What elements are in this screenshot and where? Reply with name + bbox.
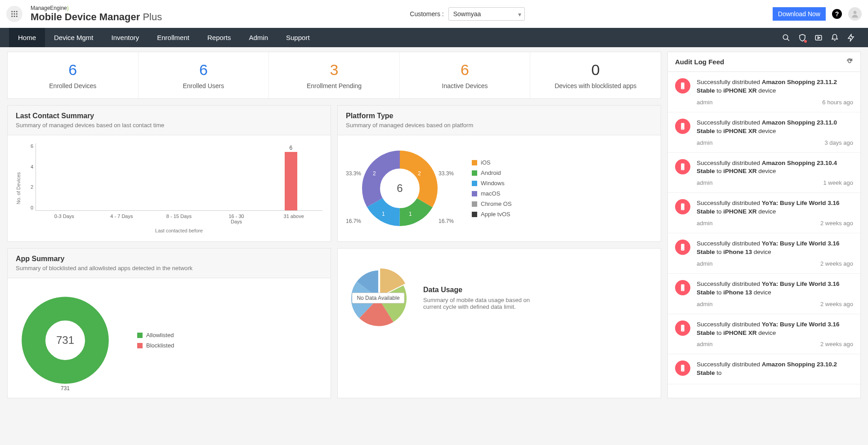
stat-label: Enrolled Users [141,82,267,89]
svg-point-1 [14,11,15,12]
legend-item[interactable]: Blocklisted [137,342,174,349]
svg-point-30 [682,249,683,250]
legend-item[interactable]: macOS [472,190,512,197]
last-contact-card: Last Contact Summary Summary of managed … [7,105,331,242]
y-axis-label: No. of Devices [16,172,21,205]
shield-icon[interactable] [794,28,810,47]
feed-time: 6 hours ago [822,99,853,106]
feed-text: Successfully distributed YoYa: Busy Life… [697,240,853,257]
brand: ManageEngine) Mobile Device Manager Plus [31,5,162,23]
stat-value: 3 [271,61,397,79]
device-icon [675,159,690,174]
audit-feed-item[interactable]: Successfully distributed Amazon Shopping… [668,354,860,384]
svg-point-2 [16,11,18,12]
nav-tab-enrollment[interactable]: Enrollment [148,28,198,47]
stat-tile[interactable]: 6Enrolled Users [139,52,269,98]
stat-value: 6 [141,61,267,79]
nav-tab-home[interactable]: Home [9,28,45,47]
feed-text: Successfully distributed Amazon Shopping… [697,119,853,136]
feed-time: 2 weeks ago [820,220,853,227]
audit-feed-item[interactable]: Successfully distributed Amazon Shopping… [668,153,860,193]
feed-text: Successfully distributed YoYa: Busy Life… [697,320,853,338]
nav-tab-admin[interactable]: Admin [240,28,277,47]
svg-point-34 [682,330,683,331]
card-subtitle: Summary of managed devices based on last… [16,122,322,129]
card-title: Platform Type [346,112,653,120]
legend-item[interactable]: Chrome OS [472,200,512,207]
legend-item[interactable]: Android [472,169,512,176]
svg-line-11 [787,39,789,41]
stat-label: Enrollment Pending [271,82,397,89]
stat-label: Inactive Devices [402,82,528,89]
apps-launcher-button[interactable] [6,6,22,22]
audit-log-panel: Audit Log Feed Successfully distributed … [667,52,861,398]
customers-select[interactable]: Sowmyaa [448,7,525,21]
stat-tile[interactable]: 3Enrollment Pending [269,52,400,98]
feed-user: admin [697,301,712,307]
svg-point-10 [783,35,788,40]
feed-user: admin [697,341,712,347]
svg-marker-15 [848,34,854,41]
svg-point-5 [16,13,18,15]
nav-tab-support[interactable]: Support [277,28,319,47]
audit-feed-item[interactable]: Successfully distributed YoYa: Busy Life… [668,274,860,314]
donut-center-value: 731 [56,334,74,347]
audit-feed-item[interactable]: Successfully distributed Amazon Shopping… [668,112,860,153]
help-icon[interactable]: ? [832,9,842,19]
audit-feed-item[interactable]: Successfully distributed YoYa: Busy Life… [668,233,860,274]
stat-value: 0 [532,61,658,79]
feed-time: 1 week ago [823,179,854,186]
audit-feed-item[interactable]: Successfully distributed Amazon Shopping… [668,72,860,112]
main-nav: HomeDevice MgmtInventoryEnrollmentReport… [0,28,868,47]
top-bar: ManageEngine) Mobile Device Manager Plus… [0,0,868,28]
stat-tile[interactable]: 0Devices with blocklisted apps [530,52,661,98]
stat-value: 6 [402,61,528,79]
platform-legend: iOSAndroidWindowsmacOSChrome OSApple tvO… [472,159,512,218]
legend-item[interactable]: Windows [472,180,512,187]
stat-tile[interactable]: 6Enrolled Devices [8,52,139,98]
svg-point-9 [854,11,857,14]
pct-label: 33.3% [346,170,361,177]
audit-feed-item[interactable]: Successfully distributed YoYa: Busy Life… [668,193,860,233]
stats-row: 6Enrolled Devices6Enrolled Users3Enrollm… [7,52,661,99]
stat-tile[interactable]: 6Inactive Devices [400,52,531,98]
feed-user: admin [697,139,712,146]
refresh-icon[interactable] [846,58,853,66]
legend-item[interactable]: Apple tvOS [472,211,512,218]
app-legend: AllowlistedBlocklisted [137,332,174,349]
slice-value: 1 [409,211,412,217]
slice-value: 2 [373,170,376,177]
nav-tab-device-mgmt[interactable]: Device Mgmt [45,28,103,47]
feed-user: admin [697,179,712,186]
svg-marker-13 [818,36,820,39]
apps-grid-icon [10,10,18,18]
device-icon [675,280,690,295]
user-avatar[interactable] [848,7,862,21]
pct-label: 16.7% [346,218,361,224]
video-icon[interactable] [810,28,827,47]
audit-feed-item[interactable]: Successfully distributed YoYa: Busy Life… [668,314,860,355]
feed-user: admin [697,220,712,227]
bolt-icon[interactable] [843,28,859,47]
feed-text: Successfully distributed YoYa: Busy Life… [697,280,853,297]
slice-value: 731 [61,385,70,392]
legend-item[interactable]: iOS [472,159,512,166]
slice-value: 1 [382,211,385,217]
svg-point-6 [11,16,13,17]
feed-time: 3 days ago [824,139,853,146]
data-usage-card: No Data Available Data Usage Summary of … [337,248,661,398]
customers-label: Customers : [410,10,443,18]
device-icon [675,119,690,134]
stat-value: 6 [10,61,136,79]
download-now-button[interactable]: Download Now [773,7,826,21]
feed-time: 2 weeks ago [820,260,853,267]
svg-point-4 [14,13,15,15]
search-icon[interactable] [778,28,794,47]
svg-point-28 [682,209,683,210]
feed-text: Successfully distributed Amazon Shopping… [697,360,853,378]
legend-item[interactable]: Allowlisted [137,332,174,338]
bell-icon[interactable] [827,28,843,47]
nav-tab-inventory[interactable]: Inventory [103,28,148,47]
card-subtitle: Summary of managed devices based on plat… [346,122,653,129]
nav-tab-reports[interactable]: Reports [198,28,240,47]
